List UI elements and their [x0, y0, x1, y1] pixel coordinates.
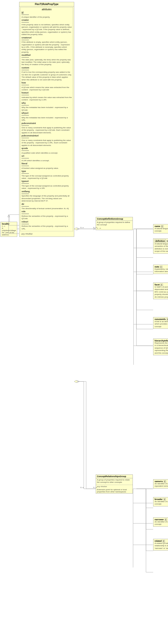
name-box: name E A natural language name for the c…: [153, 224, 168, 234]
crg-title: ConceptRelationshipsGroup: [96, 475, 133, 478]
name-title: name: [155, 225, 160, 228]
attr-pubconstrainturi-dots: ▪▪▪▪▪▪▪▪▪▪▪: [22, 137, 72, 139]
name-desc: A natural language name for the concept.: [155, 228, 168, 232]
attr-qcode-name: qcode: [22, 147, 72, 150]
attr-pubconstraint-dots: ▪▪▪▪▪▪▪▪▪▪▪: [22, 124, 72, 127]
note-icon: E: [160, 266, 162, 268]
mult-label-crg2: 0..∞: [93, 486, 97, 488]
locality-mult: 0..n: [2, 225, 16, 227]
attr-modified-desc: The date (and, optionally, the time) whe…: [22, 59, 72, 66]
attr-modified-dots: ▪▪▪▪▪▪▪▪▪▪▪: [22, 56, 72, 59]
attr-creator-desc: If the property value is not defined, sp…: [22, 24, 72, 36]
svg-marker-23: [75, 380, 79, 383]
broader-title: broader: [155, 498, 163, 500]
attr-pubconstrainturi-name: pubconstrainturi: [22, 134, 72, 137]
attr-why-dots: ▪▪▪▪▪▪▪▪▪▪▪: [22, 104, 72, 106]
attr-howuri-dots: ▪▪▪▪▪▪▪▪▪▪▪: [22, 94, 72, 96]
svg-marker-4: [75, 228, 79, 230]
remoteinfo-desc: A link to an item or a web resource whic…: [155, 320, 168, 328]
sameas-title: sameAs: [155, 480, 163, 482]
cdg-title: ConceptDefinitionsGroup: [96, 217, 133, 221]
definition-icon: E: [166, 240, 168, 242]
attr-dir-dots: ▪▪▪▪▪▪▪▪▪▪▪: [22, 205, 72, 208]
attr-creatoruri: creatoruri ▪▪▪▪▪▪▪▪▪▪▪ If the attribute …: [22, 36, 72, 54]
sameas-box: sameAs E An identifier of a concept with…: [153, 479, 168, 488]
attr-role-dots: ▪▪▪▪▪▪▪▪▪▪▪: [22, 213, 72, 215]
attr-role-desc: Refines the semantics of the property - …: [22, 215, 72, 220]
broader-icon: E: [163, 498, 166, 500]
attr-type-desc: The type of the concept assigned as cont…: [22, 175, 72, 180]
attr-pubconstrainturi-desc: One or many constraints that apply to pu…: [22, 139, 72, 147]
attr-why-desc: Why the metadata has been included - exp…: [22, 106, 72, 111]
attr-howuri-desc: Indicated by which means the value was e…: [22, 96, 72, 101]
attr-whyuri-desc: Why the metadata has been included - exp…: [22, 116, 72, 122]
diagram-container: FlexT1RolePropType attributes id ▪▪▪▪▪▪▪…: [0, 0, 168, 644]
attr-howuri: howuri ▪▪▪▪▪▪▪▪▪▪▪ Indicated by which me…: [22, 92, 72, 101]
any-other-text: any: [21, 233, 25, 235]
narrower-icon: E: [165, 518, 167, 521]
attr-whyuri-dots: ▪▪▪▪▪▪▪▪▪▪▪: [22, 114, 72, 116]
attr-creator: creator ▪▪▪▪▪▪▪▪▪▪▪ If the property valu…: [22, 19, 72, 36]
attr-pubconstraint-desc: One or many constraints that apply to pu…: [22, 126, 72, 134]
attr-how-name: how: [22, 82, 72, 84]
attr-why-name: why: [22, 102, 72, 104]
attr-role-name: role: [22, 210, 72, 213]
attr-pubconstraint: pubconstraint ▪▪▪▪▪▪▪▪▪▪▪ One or many co…: [22, 122, 72, 134]
mult-label-cdg: 0..n: [80, 226, 83, 229]
attr-literal-dots: ▪▪▪▪▪▪▪▪▪▪▪: [22, 165, 72, 167]
attr-qcode-dots: ▪▪▪▪▪▪▪▪▪▪▪: [22, 150, 72, 152]
hierarchyinfo-box: hierarchyInfo E Represents the position …: [153, 338, 168, 355]
attr-literal-desc: A freetext value assigned as property va…: [22, 167, 72, 170]
definition-box: definition E A natural language definiti…: [153, 238, 168, 254]
crg-desc: A group of properties required to relate…: [96, 478, 133, 484]
related-title: related: [155, 540, 162, 542]
attr-creatoruri-name: creatoruri: [22, 36, 72, 39]
attr-dir-name: dir: [22, 203, 72, 205]
attr-why: why ▪▪▪▪▪▪▪▪▪▪▪ Why the metadata has bee…: [22, 102, 72, 111]
related-icon: E: [162, 540, 165, 542]
svg-marker-36: [8, 214, 10, 217]
note-box: note E Explanatory, natural language inf…: [153, 265, 168, 274]
sameas-desc: An identifier of a concept with equivale…: [155, 482, 168, 488]
attr-roleuri-desc: Refines the semantics of the property - …: [22, 225, 72, 230]
attr-creator-dots: ▪▪▪▪▪▪▪▪▪▪▪: [22, 21, 72, 24]
attr-id-dots: ▪▪▪▪▪▪▪▪▪▪▪: [22, 14, 72, 16]
attr-custom-dots: ▪▪▪▪▪▪▪▪▪▪▪: [22, 69, 72, 71]
attr-qcode-desc: A qualified code which identifies a conc…: [22, 152, 72, 154]
attr-typeuri-desc: The type of the concept assigned as cont…: [22, 185, 72, 190]
related-desc: A related QCode, where the relationship …: [155, 542, 168, 550]
attr-creator-name: creator: [22, 19, 72, 21]
attr-literal-name: literal: [22, 162, 72, 165]
attr-roleuri-dots: ▪▪▪▪▪▪▪▪▪▪▪: [22, 223, 72, 225]
attr-howuri-name: howuri: [22, 92, 72, 94]
concept-relationships-group-box: ConceptRelationshipsGroup A group of pro…: [96, 474, 133, 494]
hierarchyinfo-title: hierarchyInfo: [155, 340, 168, 342]
attributes-section: attributes id ▪▪▪▪▪▪▪▪▪▪▪ A unique ident…: [20, 8, 73, 231]
any-other-main: any ##other: [20, 232, 73, 236]
attr-uri-desc: A URI which identifies a concept.: [22, 160, 72, 162]
sameas-icon: E: [164, 480, 166, 482]
main-box-title: FlexT1RolePropType: [19, 2, 74, 6]
attr-id-desc: A unique identifier of the property.: [22, 16, 72, 18]
svg-line-6: [93, 229, 95, 230]
note-title: note: [155, 266, 159, 268]
broader-box: broader E An identifier of a more generi…: [153, 497, 168, 506]
attr-uri-dots: ▪▪▪▪▪▪▪▪▪▪▪: [22, 157, 72, 160]
attr-xmllang-dots: ▪▪▪▪▪▪▪▪▪▪▪: [22, 193, 72, 195]
crg-any-desc: Extension point for optional or local pr…: [96, 488, 133, 493]
attr-how-dots: ▪▪▪▪▪▪▪▪▪▪▪: [22, 84, 72, 86]
attr-pubconstrainturi: pubconstrainturi ▪▪▪▪▪▪▪▪▪▪▪ One or many…: [22, 134, 72, 147]
any-other-value: ##other: [25, 233, 33, 235]
remoteinfo-icon: E: [166, 318, 168, 320]
broader-desc: An identifier of a more generic concept.: [155, 500, 168, 506]
attr-typeuri: typeuri ▪▪▪▪▪▪▪▪▪▪▪ The type of the conc…: [22, 180, 72, 190]
attr-custom-desc: If set to true the corresponding propert…: [22, 71, 72, 81]
svg-marker-50: [74, 380, 78, 383]
concept-definitions-group-box: ConceptDefinitionsGroup A group of prope…: [96, 217, 133, 230]
remoteinfo-box: remoteInfo E A link to an item or a web …: [153, 317, 168, 329]
main-box: FlexT1RolePropType attributes id ▪▪▪▪▪▪▪…: [19, 2, 74, 237]
definition-title: definition: [155, 240, 166, 243]
svg-marker-38: [74, 228, 78, 230]
attr-role: role ▪▪▪▪▪▪▪▪▪▪▪ Refines the semantics o…: [22, 210, 72, 220]
attr-literal: literal ▪▪▪▪▪▪▪▪▪▪▪ A freetext value ass…: [22, 162, 72, 170]
